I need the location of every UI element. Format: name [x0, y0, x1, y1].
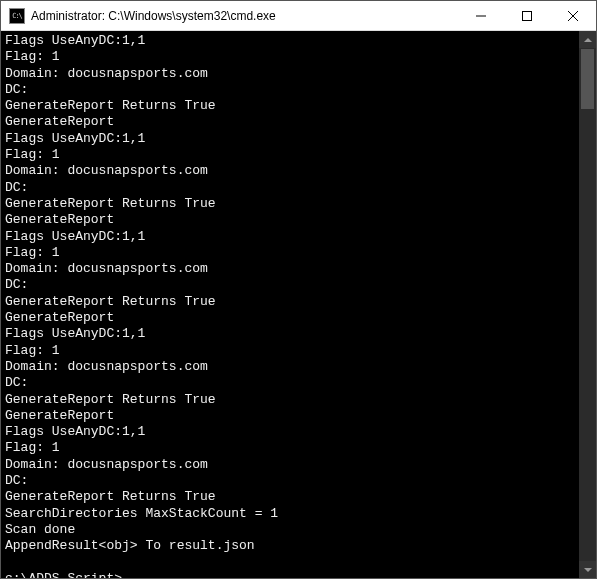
terminal-output[interactable]: Flags UseAnyDC:1,1Flag: 1Domain: docusna…: [1, 31, 579, 578]
terminal-line: Flag: 1: [5, 440, 575, 456]
minimize-button[interactable]: [458, 1, 504, 30]
cmd-window: C:\ Administrator: C:\Windows\system32\c…: [0, 0, 597, 579]
window-title: Administrator: C:\Windows\system32\cmd.e…: [31, 9, 458, 23]
terminal-line: DC:: [5, 375, 575, 391]
terminal-line: GenerateReport: [5, 310, 575, 326]
maximize-button[interactable]: [504, 1, 550, 30]
terminal-line: Flag: 1: [5, 343, 575, 359]
scrollbar-thumb[interactable]: [581, 49, 594, 109]
terminal-line: [5, 555, 575, 571]
terminal-line: Flags UseAnyDC:1,1: [5, 229, 575, 245]
terminal-line: GenerateReport Returns True: [5, 392, 575, 408]
terminal-line: DC:: [5, 180, 575, 196]
svg-rect-1: [523, 11, 532, 20]
terminal-line: AppendResult<obj> To result.json: [5, 538, 575, 554]
titlebar[interactable]: C:\ Administrator: C:\Windows\system32\c…: [1, 1, 596, 31]
terminal-line: GenerateReport: [5, 114, 575, 130]
scrollbar[interactable]: [579, 31, 596, 578]
terminal-line: Flags UseAnyDC:1,1: [5, 131, 575, 147]
close-button[interactable]: [550, 1, 596, 30]
terminal-line: Flag: 1: [5, 147, 575, 163]
terminal-line: Domain: docusnapsports.com: [5, 261, 575, 277]
window-controls: [458, 1, 596, 30]
terminal-prompt: c:\ADDS_Script>: [5, 571, 122, 578]
terminal-line: Domain: docusnapsports.com: [5, 66, 575, 82]
terminal-line: Flags UseAnyDC:1,1: [5, 326, 575, 342]
terminal-line: GenerateReport Returns True: [5, 294, 575, 310]
terminal-line: Flag: 1: [5, 245, 575, 261]
terminal-line: GenerateReport: [5, 212, 575, 228]
terminal-line: GenerateReport Returns True: [5, 98, 575, 114]
terminal-line: SearchDirectories MaxStackCount = 1: [5, 506, 575, 522]
terminal-line: Flags UseAnyDC:1,1: [5, 33, 575, 49]
svg-marker-4: [584, 38, 592, 42]
terminal-line: DC:: [5, 277, 575, 293]
terminal-line: DC:: [5, 473, 575, 489]
terminal-line: Domain: docusnapsports.com: [5, 163, 575, 179]
terminal-line: GenerateReport Returns True: [5, 196, 575, 212]
terminal-line: GenerateReport: [5, 408, 575, 424]
svg-marker-5: [584, 568, 592, 572]
terminal-line: Flags UseAnyDC:1,1: [5, 424, 575, 440]
terminal-line: GenerateReport Returns True: [5, 489, 575, 505]
terminal-line: Flag: 1: [5, 49, 575, 65]
terminal-area: Flags UseAnyDC:1,1Flag: 1Domain: docusna…: [1, 31, 596, 578]
terminal-line: Domain: docusnapsports.com: [5, 457, 575, 473]
scroll-down-button[interactable]: [579, 561, 596, 578]
terminal-prompt-line[interactable]: c:\ADDS_Script>: [5, 571, 575, 578]
terminal-line: Domain: docusnapsports.com: [5, 359, 575, 375]
terminal-line: Scan done: [5, 522, 575, 538]
terminal-line: DC:: [5, 82, 575, 98]
cmd-icon: C:\: [9, 8, 25, 24]
scroll-up-button[interactable]: [579, 31, 596, 48]
